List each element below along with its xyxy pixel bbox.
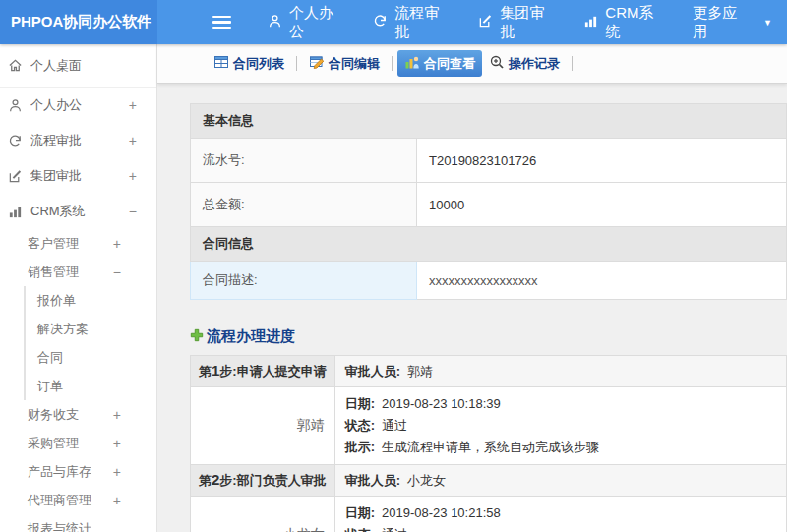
topnav-personal-office[interactable]: 个人办公 xyxy=(253,0,358,44)
step-details: 日期:2019-08-23 10:21:58 状态:通过 批示:通过 xyxy=(334,497,786,532)
sidebar-item-group-approval[interactable]: 集团审批 + xyxy=(0,158,156,194)
table-edit-icon xyxy=(309,54,325,73)
caret-down-icon: ▼ xyxy=(763,18,772,28)
tab-separator xyxy=(392,56,393,71)
sidebar-item-label: 报价单 xyxy=(37,292,76,310)
field-value-serial-number: T20190823101726 xyxy=(417,139,787,183)
sidebar-item-label: 代理商管理 xyxy=(28,492,91,509)
expand-icon[interactable]: + xyxy=(113,493,121,508)
sidebar-item-process-approval[interactable]: 流程审批 + xyxy=(0,123,156,158)
sidebar-item-label: 订单 xyxy=(37,378,63,395)
magnifier-plus-icon xyxy=(489,54,505,73)
sidebar-item-label: 报表与统计 xyxy=(28,520,91,532)
detail-status: 状态:通过 xyxy=(345,524,776,532)
app-logo: PHPOA协同办公软件 xyxy=(0,0,157,44)
sidebar-item-crm-system[interactable]: CRM系统 − xyxy=(0,194,156,229)
tab-label: 操作记录 xyxy=(509,55,560,73)
topnav-process-approval[interactable]: 流程审批 xyxy=(358,0,463,44)
table-row: 合同描述: xxxxxxxxxxxxxxxxx xyxy=(191,262,787,300)
section-header-basic-info: 基本信息 xyxy=(191,104,787,139)
field-value-contract-description: xxxxxxxxxxxxxxxxx xyxy=(417,262,787,300)
sidebar-item-agent-management[interactable]: 代理商管理 + xyxy=(0,486,156,514)
sidebar-item-label: 合同 xyxy=(37,349,63,367)
tab-operation-log[interactable]: 操作记录 xyxy=(482,50,567,77)
step-header-row: 第2步:部门负责人审批 审批人员:小龙女 xyxy=(191,465,787,497)
sidebar-item-personal-desktop[interactable]: 个人桌面 xyxy=(0,44,156,88)
topnav-label: 更多应用 xyxy=(693,4,747,41)
content-area: 基本信息 流水号: T20190823101726 总金额: 10000 合同信… xyxy=(157,84,787,532)
sidebar-item-reports-statistics[interactable]: 报表与统计 xyxy=(0,514,156,532)
sidebar-item-label: 客户管理 xyxy=(28,235,79,253)
tab-label: 合同编辑 xyxy=(329,55,380,73)
topnav-more-apps[interactable]: 更多应用 ▼ xyxy=(678,0,787,44)
tab-contract-list[interactable]: 合同列表 xyxy=(207,50,291,77)
topnav-label: 流程审批 xyxy=(394,4,449,41)
topnav-crm-system[interactable]: CRM系统 xyxy=(569,0,678,44)
hamburger-menu-icon[interactable] xyxy=(212,13,231,32)
step-header-row: 第1步:申请人提交申请 审批人员:郭靖 xyxy=(191,356,787,387)
tab-label: 合同查看 xyxy=(424,55,475,73)
step-title: 第1步:申请人提交申请 xyxy=(191,356,335,387)
topnav-label: CRM系统 xyxy=(605,4,663,41)
topnav-label: 集团审批 xyxy=(500,4,554,41)
sidebar-item-order[interactable]: 订单 xyxy=(26,372,156,400)
detail-comment: 批示:生成流程申请单，系统自动完成该步骤 xyxy=(345,437,776,458)
expand-icon[interactable]: + xyxy=(129,168,137,184)
tab-contract-edit[interactable]: 合同编辑 xyxy=(302,50,387,77)
field-label-contract-description: 合同描述: xyxy=(191,262,417,300)
sidebar-item-label: 解决方案 xyxy=(37,321,89,338)
sidebar-item-quotation[interactable]: 报价单 xyxy=(26,286,156,315)
user-icon xyxy=(8,98,23,113)
sidebar-item-label: 产品与库存 xyxy=(28,463,91,481)
collapse-icon[interactable]: − xyxy=(129,204,137,219)
plus-icon xyxy=(190,328,204,345)
edit-icon xyxy=(478,14,493,31)
sidebar-item-purchase-management[interactable]: 采购管理 + xyxy=(0,429,156,457)
contract-info-table: 基本信息 流水号: T20190823101726 总金额: 10000 合同信… xyxy=(190,103,787,300)
expand-icon[interactable]: + xyxy=(129,97,137,113)
topnav-group-approval[interactable]: 集团审批 xyxy=(463,0,569,44)
main-area: 合同列表 合同编辑 合同查看 操作记录 基本信息 xyxy=(157,44,787,532)
person-chart-icon xyxy=(404,54,420,73)
tab-label: 合同列表 xyxy=(233,55,284,73)
step-approver: 审批人员:郭靖 xyxy=(334,356,786,387)
sidebar-item-product-inventory[interactable]: 产品与库存 + xyxy=(0,457,156,486)
expand-icon[interactable]: + xyxy=(129,133,137,148)
section-header-row: 基本信息 xyxy=(191,104,787,139)
step-approver: 审批人员:小龙女 xyxy=(334,465,786,497)
field-label-serial-number: 流水号: xyxy=(191,139,417,183)
tab-contract-view[interactable]: 合同查看 xyxy=(397,50,482,77)
progress-title-text: 流程办理进度 xyxy=(207,327,295,346)
sidebar-item-contract[interactable]: 合同 xyxy=(26,343,156,372)
approver-name: 小龙女 xyxy=(191,497,335,532)
step-details: 日期:2019-08-23 10:18:39 状态:通过 批示:生成流程申请单，… xyxy=(334,387,786,465)
sidebar-item-solution[interactable]: 解决方案 xyxy=(26,315,156,343)
sidebar-item-label: 个人桌面 xyxy=(30,57,82,75)
expand-icon[interactable]: + xyxy=(113,464,121,480)
topnav-label: 个人办公 xyxy=(289,4,343,41)
process-icon xyxy=(8,134,23,148)
sidebar-item-personal-office[interactable]: 个人办公 + xyxy=(0,88,156,123)
sidebar-item-finance[interactable]: 财务收支 + xyxy=(0,400,156,429)
tab-separator xyxy=(572,56,573,71)
sidebar: 个人桌面 个人办公 + 流程审批 + 集团审批 + CRM系统 − 客户管理 +… xyxy=(0,44,157,532)
step-title: 第2步:部门负责人审批 xyxy=(191,465,335,497)
sidebar-item-sales-management[interactable]: 销售管理 − xyxy=(0,258,156,286)
section-header-row: 合同信息 xyxy=(191,227,787,262)
expand-icon[interactable]: + xyxy=(113,236,121,252)
sidebar-item-label: 个人办公 xyxy=(30,96,82,114)
sidebar-item-label: 销售管理 xyxy=(28,264,79,281)
sidebar-item-customer-management[interactable]: 客户管理 + xyxy=(0,229,156,258)
expand-icon[interactable]: + xyxy=(113,407,121,423)
top-nav: 个人办公 流程审批 集团审批 CRM系统 更多应用 ▼ xyxy=(253,0,787,44)
chart-icon xyxy=(583,14,598,31)
sales-submenu: 报价单 解决方案 合同 订单 xyxy=(24,286,156,400)
edit-icon xyxy=(8,169,23,184)
step-detail-row: 郭靖 日期:2019-08-23 10:18:39 状态:通过 批示:生成流程申… xyxy=(191,387,787,465)
expand-icon[interactable]: + xyxy=(113,436,121,451)
tab-separator xyxy=(296,56,297,71)
tab-bar: 合同列表 合同编辑 合同查看 操作记录 xyxy=(157,44,787,84)
sidebar-item-label: CRM系统 xyxy=(30,203,86,220)
approver-name: 郭靖 xyxy=(191,387,335,465)
collapse-icon[interactable]: − xyxy=(113,265,121,280)
